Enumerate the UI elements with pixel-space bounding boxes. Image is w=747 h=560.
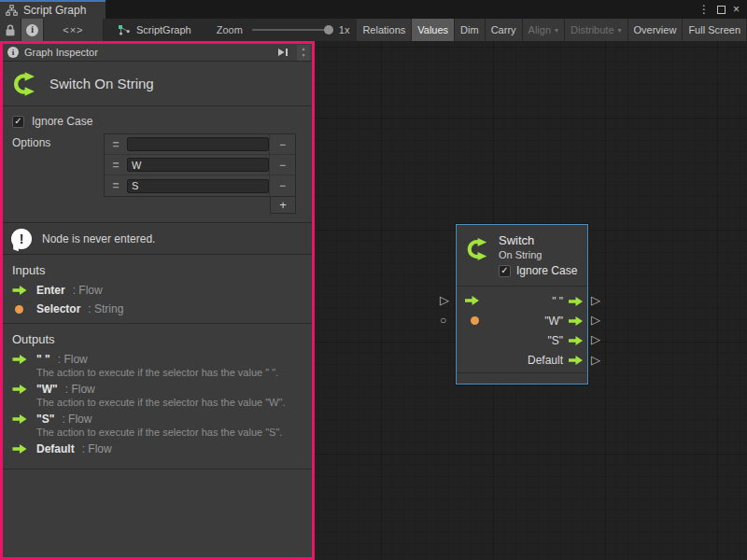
warning-text: Node is never entered. [42, 232, 155, 245]
external-flow-port-right-1[interactable]: ▷ [591, 294, 600, 306]
inspector-header: i Graph Inspector ▲ ▼ [3, 44, 312, 62]
code-preview-button[interactable]: <×> [44, 19, 104, 41]
zoom-label: Zoom [217, 19, 243, 41]
node-settings: ✓ Ignore Case Options = − = [3, 106, 312, 222]
node-body: " " "W" "S" De [457, 287, 587, 372]
external-flow-port-right-2[interactable]: ▷ [591, 314, 600, 326]
zoom-slider-handle[interactable] [324, 25, 333, 35]
add-option-button[interactable]: + [270, 197, 296, 214]
close-button[interactable]: × [733, 4, 740, 15]
switch-on-string-node[interactable]: Switch On String ✓ Ignore Case " " [456, 224, 588, 385]
node-output-default[interactable]: Default [528, 350, 583, 370]
inputs-section: Inputs Enter : Flow Selector : String [3, 255, 312, 323]
code-icon: <×> [63, 24, 83, 35]
graph-icon [118, 24, 131, 36]
graph-breadcrumb[interactable]: ScriptGraph [118, 19, 191, 41]
warning-banner: ! Node is never entered. [3, 222, 312, 255]
remove-option-button[interactable]: − [269, 134, 295, 154]
switch-node-icon [464, 236, 490, 262]
spinner-up-icon[interactable]: ▲ [302, 47, 306, 51]
node-ignore-case-checkbox[interactable]: ✓ [499, 265, 511, 277]
flow-arrow-icon [12, 355, 27, 364]
flow-arrow-icon [569, 336, 583, 345]
drag-handle-icon[interactable]: = [105, 159, 127, 172]
flow-arrow-icon [569, 356, 583, 365]
spinner-down-icon[interactable]: ▼ [302, 53, 306, 58]
inspect-toggle-button[interactable]: i [21, 19, 43, 41]
zoom-slider-track [252, 29, 333, 31]
node-output-w[interactable]: "W" [528, 311, 583, 330]
warning-icon: ! [11, 229, 32, 249]
graph-toolbar: i <×> ScriptGraph Zoom 1x Relations Valu… [0, 19, 747, 41]
zoom-slider[interactable] [252, 19, 333, 41]
ignore-case-checkbox[interactable]: ✓ [12, 116, 24, 128]
node-output-space[interactable]: " " [528, 291, 583, 311]
flow-arrow-icon [12, 286, 27, 295]
distribute-button: Distribute ▾ [565, 19, 627, 41]
info-icon: i [26, 24, 38, 36]
toolbar-button-group: Relations Values Dim Carry Align ▾ Distr… [357, 19, 747, 41]
graph-inspector-panel: i Graph Inspector ▲ ▼ Switch On String [0, 41, 315, 560]
check-icon: ✓ [14, 117, 21, 126]
unity-visual-scripting-window: Script Graph ⋮ × i <×> [0, 0, 747, 560]
hierarchy-icon [6, 5, 18, 16]
flow-arrow-icon [569, 316, 583, 326]
selector-port-icon[interactable] [471, 316, 479, 325]
carry-button[interactable]: Carry [486, 19, 523, 41]
input-port-selector: Selector : String [12, 302, 303, 315]
lock-button[interactable] [0, 19, 21, 41]
output-port-default: Default : Flow [12, 442, 303, 455]
remove-option-button[interactable]: − [269, 155, 295, 175]
graph-canvas[interactable]: ▷ ○ ▷ ▷ ▷ ▷ Switch On String ✓ Ignore Ca… [315, 41, 747, 560]
external-flow-port-right-4[interactable]: ▷ [591, 354, 600, 366]
flow-arrow-icon [569, 297, 583, 306]
lock-icon [5, 24, 16, 36]
output-port-space: " " : Flow The action to execute if the … [12, 353, 303, 378]
tab-bar: Script Graph ⋮ × [0, 0, 747, 19]
option-input-1[interactable] [127, 158, 269, 172]
option-input-0[interactable] [127, 137, 269, 151]
external-value-port-left[interactable]: ○ [440, 315, 446, 326]
zoom-value: 1x [339, 19, 350, 41]
breadcrumb-label: ScriptGraph [136, 24, 191, 35]
option-row: = − [105, 155, 295, 175]
external-flow-port-right-3[interactable]: ▷ [591, 333, 600, 345]
panel-scroll-spinner[interactable]: ▲ ▼ [297, 45, 310, 61]
flow-arrow-icon [12, 414, 27, 424]
overview-button[interactable]: Overview [628, 19, 684, 41]
node-footer [457, 372, 587, 384]
tab-label: Script Graph [23, 4, 86, 17]
tab-script-graph[interactable]: Script Graph [0, 0, 106, 19]
maximize-button[interactable] [717, 6, 726, 14]
node-output-s[interactable]: "S" [528, 330, 583, 350]
dock-right-icon [277, 48, 289, 57]
switch-node-icon [10, 70, 38, 98]
drag-handle-icon[interactable]: = [105, 138, 127, 151]
option-input-2[interactable] [127, 179, 269, 193]
check-icon: ✓ [500, 266, 508, 275]
window-menu-button[interactable]: ⋮ [698, 4, 710, 15]
remove-option-button[interactable]: − [269, 175, 295, 196]
node-ignore-case-label: Ignore Case [516, 264, 577, 277]
window-controls: ⋮ × [698, 0, 747, 19]
relations-button[interactable]: Relations [357, 19, 412, 41]
ignore-case-label: Ignore Case [32, 115, 92, 128]
values-button[interactable]: Values [412, 19, 455, 41]
inputs-header: Inputs [12, 263, 303, 277]
outputs-header: Outputs [12, 332, 303, 346]
dock-right-button[interactable] [275, 45, 291, 61]
output-port-s: "S" : Flow The action to execute if the … [12, 413, 303, 438]
string-port-icon [15, 305, 23, 314]
dim-button[interactable]: Dim [455, 19, 486, 41]
node-header[interactable]: Switch On String ✓ Ignore Case [457, 225, 587, 287]
fullscreen-button[interactable]: Full Screen [683, 19, 747, 41]
node-title: Switch On String [49, 76, 154, 91]
options-label: Options [12, 133, 104, 149]
flow-arrow-icon [12, 444, 27, 454]
external-flow-port-left[interactable]: ▷ [440, 294, 449, 306]
node-title-row: Switch On String [3, 62, 312, 106]
enter-port-icon[interactable] [465, 296, 479, 305]
outputs-section: Outputs " " : Flow The action to execute… [3, 323, 312, 469]
drag-handle-icon[interactable]: = [105, 179, 127, 192]
output-port-w: "W" : Flow The action to execute if the … [12, 383, 303, 408]
